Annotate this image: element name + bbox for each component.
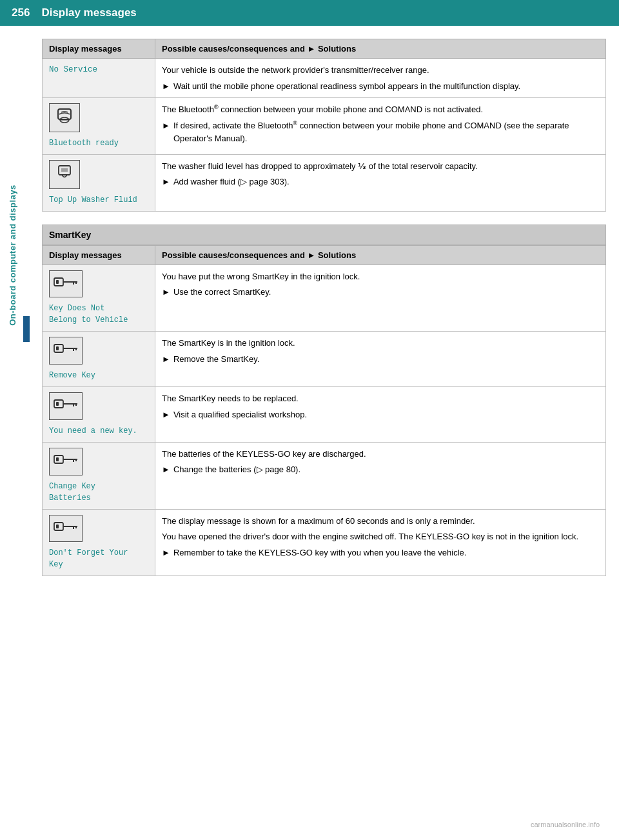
display-msg-washer: Top Up Washer Fluid [43,154,155,211]
bluetooth-icon-box [49,103,80,132]
display-msg-key-not-belong: Key Does Not Belong to Vehicle [43,265,155,332]
causes-no-service: Your vehicle is outside the network prov… [155,59,606,98]
causes-key-not-belong: You have put the wrong SmartKey in the i… [155,265,606,332]
table-row: Key Does Not Belong to Vehicle You have … [43,265,606,332]
watermark: carmanualsonline.info [531,821,600,828]
arrow-icon: ► [162,175,170,188]
causes-new-key: The SmartKey needs to be replaced. ► Vis… [155,387,606,443]
key-icon-3 [53,395,79,413]
svg-rect-27 [56,525,59,528]
washer-icon [53,163,76,182]
page-number: 256 [12,6,30,19]
display-messages-table: Display messages Possible causes/consequ… [42,39,606,212]
smartkey-col2-header: Possible causes/consequences and ► Solut… [155,245,606,265]
key-icon-5 [53,517,79,535]
table-row: Top Up Washer Fluid The washer fluid lev… [43,154,606,211]
display-msg-new-key: You need a new key. [43,387,155,443]
display-msg-dont-forget: Don't Forget Your Key [43,509,155,576]
key-icon-box-3 [49,392,83,420]
smartkey-section-header: SmartKey [42,225,606,245]
sidebar-label: On-board computer and displays [0,35,25,474]
arrow-icon: ► [162,286,170,299]
causes-washer: The washer fluid level has dropped to ap… [155,154,606,211]
main-content: Display messages Possible causes/consequ… [35,26,619,602]
key-icon-2 [53,339,79,357]
key-icon-box-1 [49,270,83,298]
display-msg-remove-key: Remove Key [43,332,155,387]
key-icon-box-4 [49,448,83,475]
table-row: You need a new key. The SmartKey needs t… [43,387,606,443]
key-icon-box-2 [49,337,83,365]
arrow-icon: ► [162,119,170,145]
arrow-icon: ► [162,353,170,366]
arrow-icon: ► [162,546,170,559]
sidebar-label-text: On-board computer and displays [8,185,17,326]
key-icon-box-5 [49,515,83,543]
display-msg-bluetooth: Bluetooth ready [43,98,155,155]
svg-rect-17 [56,402,59,406]
table1-col1-header: Display messages [43,39,155,59]
display-msg-no-service: No Service [43,59,155,98]
causes-change-batteries: The batteries of the KEYLESS-GO key are … [155,442,606,509]
smartkey-table: Display messages Possible causes/consequ… [42,245,606,577]
display-msg-change-batteries: Change Key Batteries [43,442,155,509]
arrow-icon: ► [162,463,170,476]
key-icon-4 [53,450,79,468]
arrow-icon: ► [162,408,170,421]
header-bar: 256 Display messages [0,0,619,26]
svg-rect-12 [56,346,59,350]
table1-col2-header: Possible causes/consequences and ► Solut… [155,39,606,59]
causes-remove-key: The SmartKey is in the ignition lock. ► … [155,332,606,387]
arrow-icon: ► [162,80,170,93]
table-row: Change Key Batteries The batteries of th… [43,442,606,509]
svg-rect-3 [59,166,70,175]
causes-dont-forget: The display message is shown for a maxim… [155,509,606,576]
table-row: No Service Your vehicle is outside the n… [43,59,606,98]
section-accent-bar [23,316,30,342]
causes-bluetooth: The Bluetooth® connection between your m… [155,98,606,155]
table-row: Don't Forget Your Key The display messag… [43,509,606,576]
page-title: Display messages [41,6,136,19]
washer-icon-box [49,160,80,189]
table-row: Bluetooth ready The Bluetooth® connectio… [43,98,606,155]
svg-rect-7 [56,280,59,284]
smartkey-col1-header: Display messages [43,245,155,265]
phone-icon [53,106,76,125]
table-row: Remove Key The SmartKey is in the igniti… [43,332,606,387]
svg-rect-22 [56,457,59,461]
key-icon-1 [53,273,79,291]
